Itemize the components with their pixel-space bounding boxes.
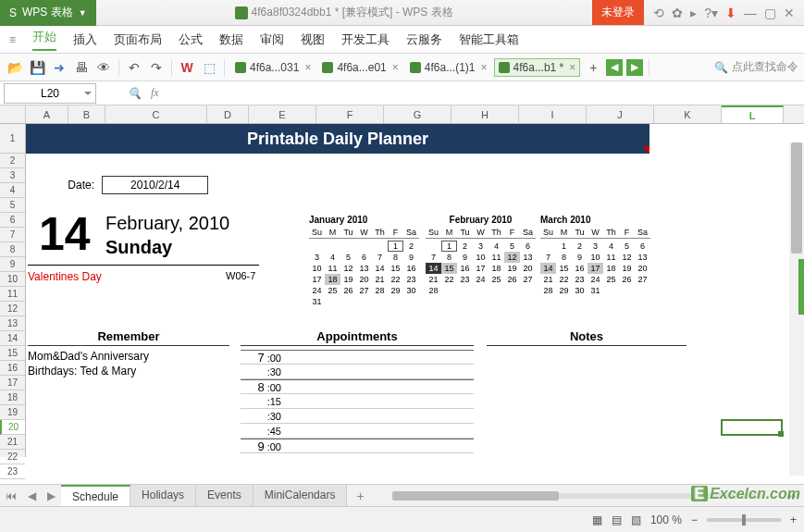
menu-view[interactable]: 视图 — [301, 31, 325, 48]
sheet-tab[interactable]: Events — [196, 485, 254, 507]
search-placeholder[interactable]: 点此查找命令 — [732, 59, 798, 75]
menu-devtools[interactable]: 开发工具 — [341, 31, 390, 48]
search-icon[interactable]: 🔍 — [714, 61, 728, 74]
row-header[interactable]: 14 — [0, 331, 25, 346]
doc-tab[interactable]: 4f6a...(1)1× — [405, 58, 492, 77]
row-header[interactable]: 20 — [0, 420, 25, 435]
save-icon[interactable]: 💾 — [28, 58, 46, 77]
arrow-icon[interactable]: ➜ — [50, 58, 68, 77]
sheet-tab[interactable]: Holidays — [130, 485, 196, 507]
menu-formula[interactable]: 公式 — [179, 31, 203, 48]
column-header[interactable]: L — [722, 105, 784, 123]
open-icon[interactable]: 📂 — [6, 58, 24, 77]
column-header[interactable]: B — [68, 105, 105, 123]
row-header[interactable]: 12 — [0, 302, 25, 316]
download-icon[interactable]: ⬇ — [725, 6, 736, 20]
column-header[interactable]: G — [384, 105, 451, 123]
view-layout-icon[interactable]: ▤ — [612, 513, 622, 526]
sync-icon[interactable]: ⟲ — [653, 6, 664, 20]
name-box[interactable]: L20 — [4, 83, 96, 104]
menu-review[interactable]: 审阅 — [260, 31, 284, 48]
zoom-in-icon[interactable]: + — [790, 513, 797, 526]
column-header[interactable]: A — [26, 105, 68, 123]
cube-icon[interactable]: ⬚ — [200, 58, 218, 77]
appointment-row[interactable]: :30 — [241, 453, 474, 457]
menu-start[interactable]: 开始 — [32, 29, 56, 51]
row-header[interactable]: 22 — [0, 450, 25, 464]
row-header[interactable]: 18 — [0, 390, 25, 405]
column-header[interactable]: J — [587, 105, 654, 123]
appointment-row[interactable]: :45 — [241, 424, 474, 439]
tab-nav-right[interactable]: ▶ — [626, 59, 643, 76]
wps-icon[interactable]: W — [178, 58, 196, 77]
comment-marker-icon[interactable] — [642, 146, 649, 154]
skin-icon[interactable]: ✿ — [672, 6, 683, 20]
column-header[interactable]: C — [105, 105, 207, 123]
row-header[interactable]: 21 — [0, 435, 25, 450]
menu-data[interactable]: 数据 — [219, 31, 243, 48]
row-header[interactable]: 10 — [0, 272, 25, 287]
active-cell-selection[interactable] — [721, 419, 783, 436]
close-tab-icon[interactable]: × — [569, 61, 575, 74]
doc-tab[interactable]: 4f6a...b1 *× — [494, 58, 581, 77]
row-header[interactable]: 4 — [0, 183, 25, 198]
sheet-nav-next[interactable]: ▶ — [42, 489, 61, 502]
row-header[interactable]: 23 — [0, 464, 25, 479]
row-header[interactable]: 3 — [0, 168, 25, 183]
fx-search-icon[interactable]: 🔍 — [128, 87, 142, 100]
preview-icon[interactable]: 👁 — [94, 58, 113, 77]
menu-layout[interactable]: 页面布局 — [114, 31, 162, 48]
row-header[interactable]: 19 — [0, 405, 25, 420]
row-header[interactable]: 6 — [0, 213, 25, 228]
menu-insert[interactable]: 插入 — [73, 31, 97, 48]
sheet-tab[interactable]: MiniCalendars — [254, 485, 348, 507]
row-header[interactable]: 16 — [0, 361, 25, 376]
sheet-nav-first[interactable]: ⏮ — [0, 489, 22, 502]
column-header[interactable]: E — [249, 105, 316, 123]
appointment-row[interactable]: 8 :00 — [241, 379, 474, 394]
menu-cloud[interactable]: 云服务 — [406, 31, 442, 48]
column-header[interactable]: D — [207, 105, 249, 123]
close-tab-icon[interactable]: × — [481, 61, 488, 74]
row-header[interactable]: 17 — [0, 376, 25, 390]
fx-icon[interactable]: fx — [151, 86, 159, 100]
appointment-row[interactable]: 9 :00 — [241, 439, 474, 453]
redo-icon[interactable]: ↷ — [147, 58, 166, 77]
side-handle-icon[interactable] — [798, 259, 804, 315]
zoom-slider[interactable] — [707, 518, 781, 522]
file-menu[interactable]: ≡ — [9, 33, 16, 46]
doc-tab[interactable]: 4f6a...031× — [230, 58, 315, 77]
zoom-out-icon[interactable]: − — [691, 513, 698, 526]
view-break-icon[interactable]: ▧ — [631, 513, 641, 526]
close-icon[interactable]: ✕ — [784, 6, 795, 20]
column-header[interactable]: F — [316, 105, 384, 123]
add-sheet-icon[interactable]: + — [347, 485, 373, 507]
print-icon[interactable]: 🖶 — [72, 58, 91, 77]
close-tab-icon[interactable]: × — [392, 61, 399, 74]
column-header[interactable]: H — [451, 105, 519, 123]
close-tab-icon[interactable]: × — [304, 61, 311, 74]
minimize-icon[interactable]: — — [744, 6, 757, 20]
pin-icon[interactable]: ▸ — [690, 6, 697, 20]
date-value[interactable]: 2010/2/14 — [102, 176, 208, 194]
row-header[interactable]: 8 — [0, 242, 25, 257]
menu-smarttools[interactable]: 智能工具箱 — [459, 31, 519, 48]
new-tab-icon[interactable]: + — [584, 58, 602, 77]
select-all-corner[interactable] — [0, 105, 26, 123]
undo-icon[interactable]: ↶ — [125, 58, 143, 77]
row-header[interactable]: 15 — [0, 346, 25, 361]
grid-content[interactable]: Printable Daily Planner Date: 2010/2/14 … — [26, 124, 804, 457]
row-header[interactable]: 11 — [0, 287, 25, 302]
maximize-icon[interactable]: ▢ — [764, 6, 776, 20]
row-header[interactable]: 1 — [0, 124, 25, 154]
sheet-nav-prev[interactable]: ◀ — [22, 489, 42, 502]
row-header[interactable]: 2 — [0, 154, 25, 168]
row-header[interactable]: 7 — [0, 228, 25, 242]
appointment-row[interactable]: 7 :00 — [241, 350, 474, 365]
help-icon[interactable]: ?▾ — [704, 6, 718, 20]
column-header[interactable]: K — [654, 105, 722, 123]
sheet-tab[interactable]: Schedule — [61, 485, 130, 507]
appointment-row[interactable]: :30 — [241, 409, 474, 424]
row-header[interactable]: 5 — [0, 198, 25, 213]
view-normal-icon[interactable]: ▦ — [592, 513, 602, 526]
